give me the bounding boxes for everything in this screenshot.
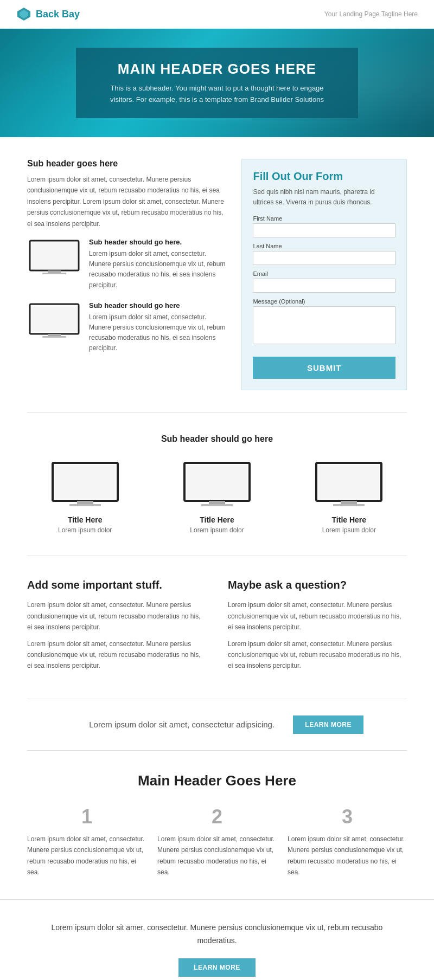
- left-column: Sub header goes here Lorem ipsum dolor s…: [27, 159, 225, 390]
- last-name-label: Last Name: [253, 243, 395, 249]
- email-label: Email: [253, 270, 395, 277]
- col-item-2-text: Lorem ipsum dolor: [159, 526, 275, 534]
- left-sub-header: Sub header goes here: [27, 159, 225, 169]
- cta-banner: Lorem ipsum dolor sit amet, consectetur …: [27, 699, 407, 751]
- top-navigation: Back Bay Your Landing Page Tagline Here: [0, 0, 434, 29]
- monitor-icon-lg-1: [50, 460, 120, 509]
- monitor-icon-lg-2: [182, 460, 252, 509]
- two-col-left: Add some important stuff. Lorem ipsum do…: [27, 578, 206, 676]
- message-group: Message (Optional): [253, 298, 395, 346]
- form-title: Fill Out Our Form: [253, 170, 395, 183]
- feature-item-2-title: Sub header should go here: [89, 301, 225, 310]
- num-3: 3: [288, 805, 407, 828]
- num-col-2: 2 Lorem ipsum dolor sit amet, consectetu…: [157, 805, 277, 878]
- svg-rect-5: [42, 273, 66, 274]
- two-col-right-title: Maybe ask a question?: [228, 578, 407, 592]
- feature-item-2-text: Sub header should go here Lorem ipsum do…: [89, 301, 225, 354]
- form-card: Fill Out Our Form Sed quis nibh nisl nam…: [241, 159, 407, 390]
- message-label: Message (Optional): [253, 298, 395, 305]
- two-col-left-title: Add some important stuff.: [27, 578, 206, 592]
- svg-rect-7: [31, 306, 77, 332]
- col-item-3-text: Lorem ipsum dolor: [291, 526, 407, 534]
- feature-item-1-title: Sub header should go here.: [89, 238, 225, 246]
- submit-button[interactable]: SUBMIT: [253, 357, 395, 379]
- three-cols-section: Sub header should go here Title Here Lor…: [0, 412, 434, 556]
- message-textarea[interactable]: [253, 306, 395, 344]
- col-item-3: Title Here Lorem ipsum dolor: [291, 460, 407, 534]
- form-column: Fill Out Our Form Sed quis nibh nisl nam…: [241, 159, 407, 390]
- left-body-text: Lorem ipsum dolor sit amet, consectetur.…: [27, 174, 225, 229]
- svg-rect-20: [341, 501, 357, 505]
- num-col-1-text: Lorem ipsum dolor sit amet, consectetur.…: [27, 834, 146, 878]
- feature-item-2: Sub header should go here Lorem ipsum do…: [27, 301, 225, 354]
- num-2: 2: [157, 805, 277, 828]
- last-name-group: Last Name: [253, 243, 395, 265]
- email-group: Email: [253, 270, 395, 293]
- first-name-group: First Name: [253, 215, 395, 237]
- svg-rect-19: [318, 465, 379, 499]
- monitor-icon-1: [27, 238, 81, 276]
- logo-icon: [16, 7, 31, 22]
- last-name-input[interactable]: [253, 251, 395, 265]
- feature-item-1-text: Sub header should go here. Lorem ipsum d…: [89, 238, 225, 291]
- svg-rect-21: [333, 504, 365, 506]
- hero-subtitle: This is a subheader. You might want to p…: [98, 83, 336, 106]
- svg-rect-11: [55, 465, 116, 499]
- two-col-left-p1: Lorem ipsum dolor sit amet, consectetur.…: [27, 599, 206, 633]
- two-col-right-p1: Lorem ipsum dolor sit amet, consectetur.…: [228, 599, 407, 633]
- numbered-section: Main Header Goes Here 1 Lorem ipsum dolo…: [0, 751, 434, 900]
- svg-rect-17: [201, 504, 233, 506]
- numbered-cols-container: 1 Lorem ipsum dolor sit amet, consectetu…: [27, 805, 407, 878]
- form-description: Sed quis nibh nisl nam mauris, pharetra …: [253, 187, 395, 208]
- col-item-1-title: Title Here: [27, 515, 143, 524]
- numbered-section-header: Main Header Goes Here: [27, 772, 407, 789]
- num-col-3: 3 Lorem ipsum dolor sit amet, consectetu…: [288, 805, 407, 878]
- col-item-2: Title Here Lorem ipsum dolor: [159, 460, 275, 534]
- svg-rect-16: [209, 501, 225, 505]
- svg-rect-13: [69, 504, 101, 506]
- tagline-text: Your Landing Page Tagline Here: [324, 10, 418, 18]
- cta-learn-more-button[interactable]: LEARN MORE: [293, 715, 363, 734]
- logo-text: Back Bay: [36, 9, 80, 20]
- col-item-1-text: Lorem ipsum dolor: [27, 526, 143, 534]
- num-col-3-text: Lorem ipsum dolor sit amet, consectetur.…: [288, 834, 407, 878]
- monitor-icon-2: [27, 301, 81, 339]
- feature-item-1-body: Lorem ipsum dolor sit amet, consectetur.…: [89, 249, 225, 291]
- col-item-1: Title Here Lorem ipsum dolor: [27, 460, 143, 534]
- two-col-right-p2: Lorem ipsum dolor sit amet, consectetur.…: [228, 639, 407, 672]
- feature-item-2-body: Lorem ipsum dolor sit amet, consectetur.…: [89, 312, 225, 354]
- main-content-section: Sub header goes here Lorem ipsum dolor s…: [0, 137, 434, 412]
- hero-content: MAIN HEADER GOES HERE This is a subheade…: [76, 48, 358, 119]
- footer-banner-text: Lorem ipsum dolor sit amer, consectetur.…: [43, 921, 391, 947]
- two-col-left-p2: Lorem ipsum dolor sit amet, consectetur.…: [27, 639, 206, 672]
- svg-rect-9: [42, 336, 66, 338]
- monitor-icon-lg-3: [314, 460, 384, 509]
- first-name-input[interactable]: [253, 223, 395, 237]
- num-1: 1: [27, 805, 146, 828]
- footer-banner: Lorem ipsum dolor sit amer, consectetur.…: [0, 899, 434, 980]
- hero-title: MAIN HEADER GOES HERE: [98, 61, 336, 78]
- email-input[interactable]: [253, 279, 395, 293]
- first-name-label: First Name: [253, 215, 395, 222]
- num-col-1: 1 Lorem ipsum dolor sit amet, consectetu…: [27, 805, 146, 878]
- svg-rect-12: [77, 501, 93, 505]
- feature-item-1: Sub header should go here. Lorem ipsum d…: [27, 238, 225, 291]
- col-item-2-title: Title Here: [159, 515, 275, 524]
- footer-learn-more-button[interactable]: LEARN MORE: [178, 958, 256, 977]
- col-item-3-title: Title Here: [291, 515, 407, 524]
- num-col-2-text: Lorem ipsum dolor sit amet, consectetur.…: [157, 834, 277, 878]
- three-cols-header: Sub header should go here: [27, 434, 407, 444]
- logo-area: Back Bay: [16, 7, 80, 22]
- three-cols-container: Title Here Lorem ipsum dolor Title Here …: [27, 460, 407, 534]
- cta-banner-text: Lorem ipsum dolor sit amet, consectetur …: [71, 720, 293, 729]
- svg-rect-3: [31, 242, 77, 269]
- two-cols-section: Add some important stuff. Lorem ipsum do…: [0, 556, 434, 698]
- svg-rect-15: [187, 465, 247, 499]
- hero-section: MAIN HEADER GOES HERE This is a subheade…: [0, 29, 434, 137]
- two-col-right: Maybe ask a question? Lorem ipsum dolor …: [228, 578, 407, 676]
